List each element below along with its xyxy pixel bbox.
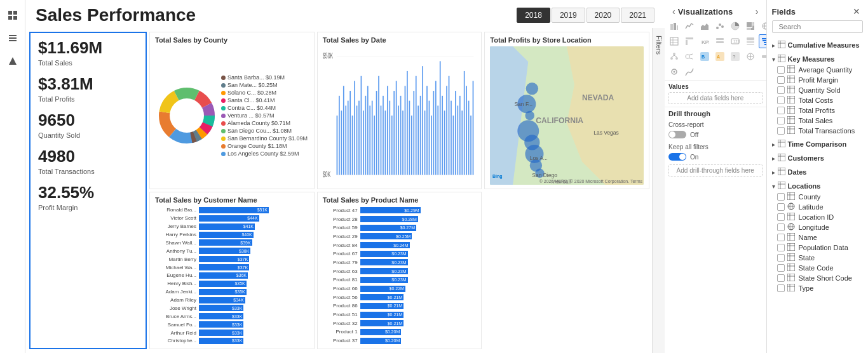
viz-icon-funnel[interactable] bbox=[759, 34, 767, 48]
field-checkbox[interactable] bbox=[777, 213, 785, 221]
year-2018-button[interactable]: 2018 bbox=[517, 8, 550, 23]
map-chart-panel[interactable]: Total Profits by Store Location NEVADA C… bbox=[484, 32, 649, 189]
field-item-location-id[interactable]: Location ID bbox=[772, 212, 864, 222]
svg-text:Las Vegas: Las Vegas bbox=[594, 130, 620, 136]
field-item-quantity-sold[interactable]: Quantity Sold bbox=[772, 85, 864, 95]
field-item-total-sales[interactable]: Total Sales bbox=[772, 116, 864, 126]
field-checkbox[interactable] bbox=[777, 203, 785, 211]
field-checkbox[interactable] bbox=[777, 127, 785, 135]
svg-point-98 bbox=[526, 111, 535, 121]
svg-rect-49 bbox=[393, 91, 395, 175]
viz-icon-pie[interactable] bbox=[728, 19, 742, 33]
field-item-latitude[interactable]: Latitude bbox=[772, 202, 864, 212]
field-item-state-code[interactable]: State Code bbox=[772, 263, 864, 273]
field-group-header[interactable]: ▸Time Comparison bbox=[772, 138, 864, 150]
field-group-header[interactable]: ▸Customers bbox=[772, 152, 864, 164]
svg-text:B: B bbox=[702, 55, 705, 59]
list-item: Harry Perkins$40K bbox=[155, 231, 309, 239]
viz-icon-analytics[interactable] bbox=[682, 65, 696, 79]
svg-rect-30 bbox=[351, 116, 353, 175]
list-item: Shawn Wall...$39K bbox=[155, 239, 309, 247]
field-checkbox[interactable] bbox=[777, 97, 785, 104]
field-item-average-quantity[interactable]: Average Quantity bbox=[772, 65, 864, 75]
field-checkbox[interactable] bbox=[777, 244, 785, 251]
nav-icon-1[interactable] bbox=[3, 5, 23, 25]
field-item-profit-margin[interactable]: Profit Margin bbox=[772, 75, 864, 85]
donut-chart-panel[interactable]: Total Sales by County bbox=[149, 32, 315, 189]
viz-icon-map[interactable] bbox=[759, 19, 767, 33]
field-checkbox[interactable] bbox=[777, 264, 785, 272]
viz-icon-arcgis[interactable]: A bbox=[713, 50, 727, 63]
filters-sidebar[interactable]: Filters bbox=[652, 28, 665, 353]
field-name-label: Population Data bbox=[799, 244, 848, 251]
viz-icon-format[interactable] bbox=[667, 65, 681, 79]
field-item-population-data[interactable]: Population Data bbox=[772, 243, 864, 253]
field-checkbox[interactable] bbox=[777, 76, 785, 84]
field-checkbox[interactable] bbox=[777, 254, 785, 262]
viz-icon-stacked-bar[interactable] bbox=[667, 19, 681, 33]
field-checkbox[interactable] bbox=[777, 284, 785, 292]
viz-icon-card[interactable]: 123 bbox=[728, 34, 742, 48]
nav-icon-2[interactable] bbox=[3, 28, 23, 48]
cross-report-toggle[interactable] bbox=[668, 131, 686, 138]
field-group-header[interactable]: ▾Locations bbox=[772, 180, 864, 192]
product-chart-panel[interactable]: Total Sales by Product Name Product 47$0… bbox=[317, 192, 482, 349]
viz-icon-line[interactable] bbox=[682, 19, 696, 33]
field-checkbox[interactable] bbox=[777, 107, 785, 114]
field-checkbox[interactable] bbox=[777, 223, 785, 231]
drill-through-fields-zone[interactable]: Add drill-through fields here bbox=[668, 164, 763, 176]
field-group-header[interactable]: ▾Key Measures bbox=[772, 53, 864, 65]
year-2021-button[interactable]: 2021 bbox=[621, 8, 654, 23]
field-group-header[interactable]: ▸Cumulative Measures bbox=[772, 39, 864, 51]
add-data-fields-zone[interactable]: Add data fields here bbox=[668, 92, 763, 104]
field-checkbox[interactable] bbox=[777, 193, 785, 201]
field-item-total-transactions[interactable]: Total Transactions bbox=[772, 126, 864, 136]
field-item-name[interactable]: Name bbox=[772, 232, 864, 243]
keep-filters-on-label: On bbox=[690, 154, 698, 161]
field-icon bbox=[787, 86, 796, 95]
fields-search-input[interactable] bbox=[779, 23, 867, 30]
year-2020-button[interactable]: 2020 bbox=[587, 8, 620, 23]
svg-rect-56 bbox=[409, 101, 410, 175]
field-checkbox[interactable] bbox=[777, 86, 785, 94]
list-item: Product 51$0.21M bbox=[323, 310, 477, 319]
field-checkbox[interactable] bbox=[777, 66, 785, 74]
field-item-type[interactable]: Type bbox=[772, 283, 864, 293]
svg-rect-65 bbox=[428, 101, 430, 175]
field-item-total-costs[interactable]: Total Costs bbox=[772, 95, 864, 105]
year-2019-button[interactable]: 2019 bbox=[552, 8, 585, 23]
viz-icon-slicer[interactable] bbox=[713, 34, 727, 48]
viz-icon-decomp[interactable] bbox=[667, 50, 681, 63]
viz-icon-custom3[interactable] bbox=[759, 50, 767, 63]
field-group-header[interactable]: ▸Dates bbox=[772, 166, 864, 178]
list-item: Product 63$0.23M bbox=[323, 267, 477, 276]
keep-filters-toggle[interactable] bbox=[668, 153, 686, 161]
viz-icon-scatter[interactable] bbox=[713, 19, 727, 33]
field-checkbox[interactable] bbox=[777, 274, 785, 282]
viz-icon-table[interactable] bbox=[667, 34, 681, 48]
field-item-county[interactable]: County bbox=[772, 192, 864, 202]
viz-icon-treemap[interactable] bbox=[743, 19, 757, 33]
viz-panel-back-button[interactable]: ‹ bbox=[670, 5, 678, 18]
nav-icon-3[interactable] bbox=[3, 51, 23, 71]
date-chart-panel[interactable]: Total Sales by Date $50K $0K bbox=[317, 32, 482, 189]
viz-icon-area[interactable] bbox=[698, 19, 712, 33]
viz-panel-forward-button[interactable]: › bbox=[753, 5, 761, 18]
field-checkbox[interactable] bbox=[777, 117, 785, 124]
field-item-state-short-code[interactable]: State Short Code bbox=[772, 273, 864, 283]
field-item-total-profits[interactable]: Total Profits bbox=[772, 105, 864, 116]
viz-icon-multirow[interactable] bbox=[743, 34, 757, 48]
field-checkbox[interactable] bbox=[777, 234, 785, 241]
viz-icon-bing-maps[interactable]: B bbox=[698, 50, 712, 63]
map-container: NEVADA CALIFORNIA San F... bbox=[490, 46, 644, 185]
viz-icon-matrix[interactable] bbox=[682, 34, 696, 48]
viz-icon-custom2[interactable] bbox=[743, 50, 757, 63]
viz-icon-custom1[interactable]: ? bbox=[728, 50, 742, 63]
field-item-longitude[interactable]: Longitude bbox=[772, 222, 864, 232]
viz-icon-kpi[interactable]: KPI bbox=[698, 34, 712, 48]
viz-icon-key-influencers[interactable] bbox=[682, 50, 696, 63]
field-item-state[interactable]: State bbox=[772, 253, 864, 263]
customer-chart-panel[interactable]: Total Sales by Customer Name Ronald Bra.… bbox=[149, 192, 315, 349]
fields-panel-close-button[interactable]: ✕ bbox=[850, 5, 863, 18]
filters-label[interactable]: Filters bbox=[654, 33, 664, 57]
